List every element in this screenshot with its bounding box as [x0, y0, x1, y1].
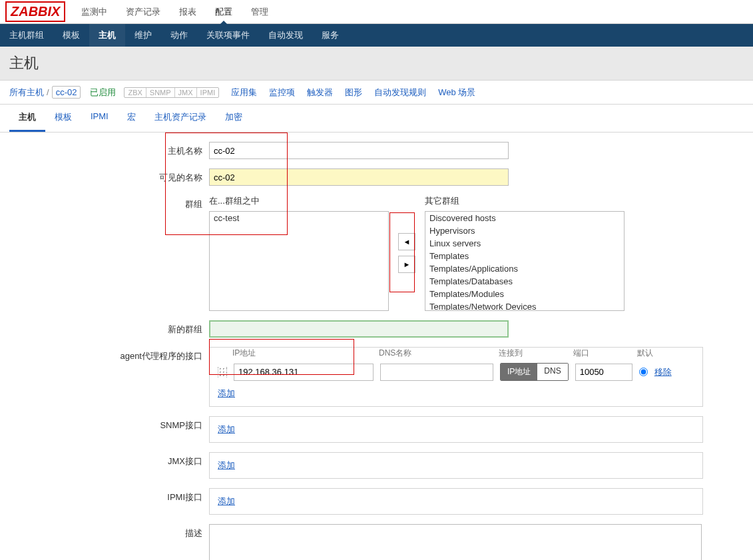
subnav-actions[interactable]: 动作 [161, 24, 197, 47]
newgroup-input[interactable] [209, 320, 509, 338]
move-right-button[interactable]: ► [398, 256, 415, 273]
tab-host[interactable]: 主机 [9, 105, 45, 132]
groups-in-listbox[interactable]: cc-test [209, 211, 389, 311]
sub-nav: 主机群组 模板 主机 维护 动作 关联项事件 自动发现 服务 [0, 24, 753, 47]
snmp-label: SNMP接口 [9, 416, 209, 431]
tab-encryption[interactable]: 加密 [216, 105, 252, 132]
tab-macros[interactable]: 宏 [118, 105, 145, 132]
group-other-option[interactable]: Templates/Applications [425, 262, 624, 275]
groups-other-listbox[interactable]: Discovered hosts Hypervisors Linux serve… [425, 211, 625, 311]
subnav-services[interactable]: 服务 [312, 24, 348, 47]
topnav-reports[interactable]: 报表 [170, 0, 206, 24]
group-other-option[interactable]: Templates [425, 250, 624, 262]
group-other-option[interactable]: Discovered hosts [425, 212, 624, 224]
subnav-templates[interactable]: 模板 [53, 24, 89, 47]
groups-in-header: 在...群组之中 [209, 195, 389, 207]
iface-remove-link[interactable]: 移除 [654, 366, 672, 378]
group-other-option[interactable]: Templates/Databases [425, 275, 624, 288]
iface-port-header: 端口 [573, 348, 637, 359]
connect-to-segment: IP地址 DNS [500, 363, 569, 381]
group-other-option[interactable]: Hypervisors [425, 224, 624, 237]
groups-other-header: 其它群组 [425, 195, 625, 207]
iface-dns-input[interactable] [380, 364, 493, 381]
badge-zbx: ZBX [125, 88, 146, 97]
hostname-label: 主机名称 [9, 142, 209, 157]
availability-badges: ZBX SNMP JMX IPMI [124, 87, 219, 98]
move-left-button[interactable]: ◄ [398, 233, 415, 250]
subnav-hosts[interactable]: 主机 [89, 24, 125, 47]
topnav-configuration[interactable]: 配置 [206, 0, 242, 24]
link-triggers[interactable]: 触发器 [307, 87, 333, 99]
desc-label: 描述 [9, 524, 209, 539]
jmx-label: JMX接口 [9, 452, 209, 467]
drag-handle-icon[interactable] [218, 367, 227, 378]
subnav-hostgroups[interactable]: 主机群组 [0, 24, 53, 47]
visiblename-input[interactable] [209, 168, 509, 186]
group-other-option[interactable]: Templates/Network Devices [425, 300, 624, 311]
ipmi-add-link[interactable]: 添加 [218, 496, 235, 506]
tab-templates[interactable]: 模板 [45, 105, 81, 132]
iface-ip-header: IP地址 [232, 348, 379, 359]
group-other-option[interactable]: Templates/Modules [425, 288, 624, 300]
breadcrumb-allhosts[interactable]: 所有主机 [9, 87, 44, 99]
iface-dns-header: DNS名称 [379, 348, 499, 359]
status-enabled: 已启用 [90, 87, 116, 99]
topnav-admin[interactable]: 管理 [242, 0, 278, 24]
group-in-option[interactable]: cc-test [210, 212, 388, 224]
link-items[interactable]: 监控项 [269, 87, 295, 99]
breadcrumb-sep: / [47, 87, 49, 97]
jmx-add-link[interactable]: 添加 [218, 460, 235, 470]
subnav-maintenance[interactable]: 维护 [125, 24, 161, 47]
agent-add-link[interactable]: 添加 [218, 388, 235, 398]
link-applications[interactable]: 应用集 [231, 87, 257, 99]
subnav-correlation[interactable]: 关联项事件 [197, 24, 259, 47]
iface-port-input[interactable] [575, 364, 632, 381]
agent-label: agent代理程序的接口 [9, 347, 209, 362]
badge-ipmi: IPMI [197, 88, 219, 97]
snmp-add-link[interactable]: 添加 [218, 424, 235, 434]
newgroup-label: 新的群组 [9, 320, 209, 336]
tab-ipmi[interactable]: IPMI [81, 105, 118, 132]
hostname-input[interactable] [209, 142, 509, 159]
link-graphs[interactable]: 图形 [345, 87, 362, 99]
seg-ip[interactable]: IP地址 [501, 364, 537, 380]
seg-dns[interactable]: DNS [537, 364, 567, 380]
link-web-scenarios[interactable]: Web 场景 [438, 87, 475, 99]
tab-inventory[interactable]: 主机资产记录 [145, 105, 216, 132]
desc-textarea[interactable] [209, 524, 702, 560]
ipmi-label: IPMI接口 [9, 488, 209, 503]
iface-connect-header: 连接到 [499, 348, 573, 359]
topnav-monitoring[interactable]: 监测中 [72, 0, 117, 24]
group-other-option[interactable]: Linux servers [425, 237, 624, 250]
badge-jmx: JMX [175, 88, 197, 97]
visiblename-label: 可见的名称 [9, 168, 209, 184]
iface-ip-input[interactable] [234, 364, 374, 381]
groups-label: 群组 [9, 195, 209, 210]
badge-snmp: SNMP [146, 88, 175, 97]
link-discovery-rules[interactable]: 自动发现规则 [374, 87, 426, 99]
iface-default-radio[interactable] [639, 368, 648, 376]
logo: ZABBIX [5, 1, 65, 22]
top-nav: ZABBIX 监测中 资产记录 报表 配置 管理 [0, 0, 753, 24]
breadcrumb-host[interactable]: cc-02 [52, 86, 81, 99]
subnav-discovery[interactable]: 自动发现 [259, 24, 312, 47]
form-tabs: 主机 模板 IPMI 宏 主机资产记录 加密 [0, 105, 753, 133]
topnav-inventory[interactable]: 资产记录 [117, 0, 170, 24]
page-header: 主机 [0, 47, 753, 81]
iface-default-header: 默认 [637, 348, 653, 359]
info-row: 所有主机 / cc-02 已启用 ZBX SNMP JMX IPMI 应用集 监… [0, 81, 753, 105]
page-title: 主机 [9, 53, 744, 73]
